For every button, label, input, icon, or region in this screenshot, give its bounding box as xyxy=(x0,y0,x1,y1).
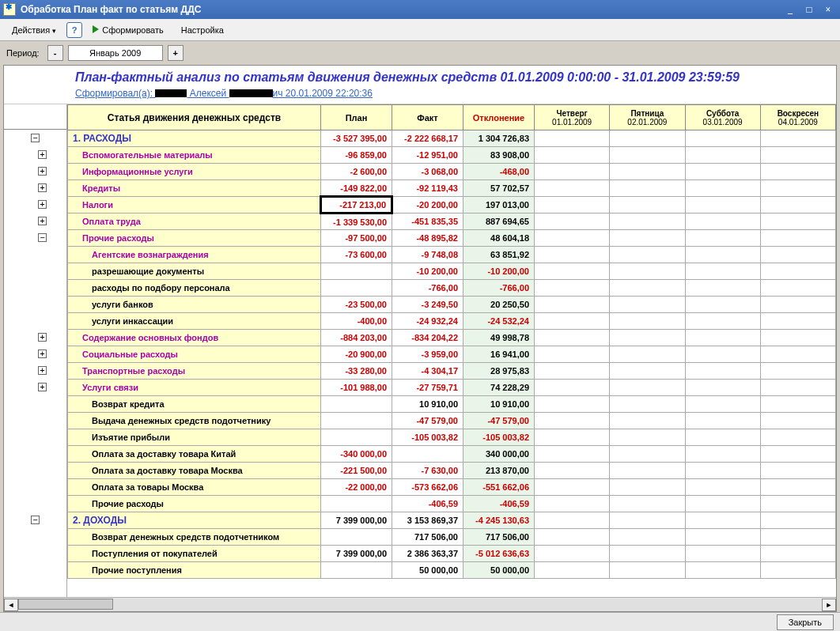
cell-plan[interactable]: 7 399 000,00 xyxy=(321,512,392,529)
cell-day[interactable] xyxy=(685,180,760,197)
cell-day[interactable] xyxy=(535,197,610,213)
cell-deviation[interactable]: 57 702,57 xyxy=(464,180,535,197)
col-fact[interactable]: Факт xyxy=(392,105,464,130)
cell-day[interactable] xyxy=(610,180,685,197)
cell-deviation[interactable]: -468,00 xyxy=(464,164,535,180)
col-plan[interactable]: План xyxy=(321,105,392,130)
cell-fact[interactable]: -27 759,71 xyxy=(392,380,464,396)
cell-day[interactable] xyxy=(535,562,610,579)
col-deviation[interactable]: Отклонение xyxy=(464,105,535,130)
cell-day[interactable] xyxy=(760,380,835,396)
cell-plan[interactable]: -1 339 530,00 xyxy=(321,213,392,230)
cell-deviation[interactable]: 10 910,00 xyxy=(464,396,535,413)
cell-day[interactable] xyxy=(685,380,760,396)
row-name[interactable]: Поступления от покупателей xyxy=(68,546,321,562)
cell-day[interactable] xyxy=(685,396,760,413)
row-name[interactable]: Возврат кредита xyxy=(68,396,321,413)
cell-day[interactable] xyxy=(760,512,835,529)
row-name[interactable]: Социальные расходы xyxy=(68,346,321,363)
cell-fact[interactable]: -766,00 xyxy=(392,280,464,297)
cell-day[interactable] xyxy=(610,479,685,496)
row-name[interactable]: услуги инкассации xyxy=(68,313,321,330)
cell-fact[interactable] xyxy=(392,446,464,463)
period-prev-button[interactable]: - xyxy=(47,45,63,61)
cell-day[interactable] xyxy=(610,363,685,380)
cell-deviation[interactable]: 48 604,18 xyxy=(464,230,535,247)
row-name[interactable]: Налоги xyxy=(68,197,321,213)
table-row[interactable]: Вспомогательные материалы-96 859,00-12 9… xyxy=(68,147,836,164)
cell-day[interactable] xyxy=(685,247,760,263)
table-row[interactable]: Возврат денежных средств подотчетником71… xyxy=(68,529,836,546)
cell-deviation[interactable]: 340 000,00 xyxy=(464,446,535,463)
cell-day[interactable] xyxy=(610,429,685,446)
cell-day[interactable] xyxy=(760,496,835,512)
row-name[interactable]: Услуги связи xyxy=(68,380,321,396)
cell-day[interactable] xyxy=(610,263,685,280)
cell-day[interactable] xyxy=(610,313,685,330)
row-name[interactable]: Вспомогательные материалы xyxy=(68,147,321,164)
cell-deviation[interactable]: 20 250,50 xyxy=(464,297,535,313)
expand-icon[interactable]: + xyxy=(38,183,47,192)
cell-deviation[interactable]: 28 975,83 xyxy=(464,363,535,380)
cell-day[interactable] xyxy=(535,280,610,297)
cell-day[interactable] xyxy=(760,546,835,562)
cell-day[interactable] xyxy=(685,230,760,247)
cell-day[interactable] xyxy=(760,562,835,579)
cell-plan[interactable]: -23 500,00 xyxy=(321,297,392,313)
cell-day[interactable] xyxy=(535,463,610,479)
table-row[interactable]: Прочие расходы-406,59-406,59 xyxy=(68,496,836,512)
row-name[interactable]: расходы по подбору персонала xyxy=(68,280,321,297)
cell-day[interactable] xyxy=(760,330,835,346)
cell-deviation[interactable]: -551 662,06 xyxy=(464,479,535,496)
row-name[interactable]: Оплата за товары Москва xyxy=(68,479,321,496)
cell-day[interactable] xyxy=(685,313,760,330)
cell-deviation[interactable]: 74 228,29 xyxy=(464,380,535,396)
table-wrap[interactable]: Статья движения денежных средств План Фа… xyxy=(67,104,836,597)
collapse-icon[interactable]: − xyxy=(38,233,47,242)
collapse-icon[interactable]: − xyxy=(31,134,40,142)
cell-fact[interactable]: -105 003,82 xyxy=(392,429,464,446)
cell-fact[interactable]: -2 222 668,17 xyxy=(392,130,464,147)
cell-fact[interactable]: 717 506,00 xyxy=(392,529,464,546)
cell-day[interactable] xyxy=(535,546,610,562)
form-button[interactable]: Сформировать xyxy=(85,22,171,38)
expand-icon[interactable]: + xyxy=(38,366,47,375)
cell-fact[interactable]: -92 119,43 xyxy=(392,180,464,197)
row-name[interactable]: Агентские вознаграждения xyxy=(68,247,321,263)
cell-fact[interactable]: -12 951,00 xyxy=(392,147,464,164)
table-row[interactable]: Налоги-217 213,00-20 200,00197 013,00 xyxy=(68,197,836,213)
cell-day[interactable] xyxy=(610,446,685,463)
table-row[interactable]: Прочие поступления50 000,0050 000,00 xyxy=(68,562,836,579)
cell-plan[interactable]: -101 988,00 xyxy=(321,380,392,396)
cell-day[interactable] xyxy=(610,197,685,213)
cell-deviation[interactable]: -47 579,00 xyxy=(464,413,535,429)
cell-plan[interactable]: -884 203,00 xyxy=(321,330,392,346)
cell-day[interactable] xyxy=(610,546,685,562)
cell-day[interactable] xyxy=(535,297,610,313)
expand-icon[interactable]: + xyxy=(38,167,47,176)
cell-day[interactable] xyxy=(610,130,685,147)
cell-day[interactable] xyxy=(535,164,610,180)
actions-menu[interactable]: Действия xyxy=(5,22,63,38)
cell-fact[interactable]: -3 959,00 xyxy=(392,346,464,363)
settings-button[interactable]: Настройка xyxy=(174,22,231,38)
cell-day[interactable] xyxy=(535,330,610,346)
cell-plan[interactable] xyxy=(321,529,392,546)
row-name[interactable]: Оплата труда xyxy=(68,213,321,230)
cell-plan[interactable]: -33 280,00 xyxy=(321,363,392,380)
cell-day[interactable] xyxy=(760,446,835,463)
table-row[interactable]: 2. ДОХОДЫ7 399 000,003 153 869,37-4 245 … xyxy=(68,512,836,529)
table-row[interactable]: Оплата за товары Москва-22 000,00-573 66… xyxy=(68,479,836,496)
cell-day[interactable] xyxy=(685,280,760,297)
cell-day[interactable] xyxy=(610,247,685,263)
table-row[interactable]: Оплата труда-1 339 530,00-451 835,35887 … xyxy=(68,213,836,230)
cell-day[interactable] xyxy=(760,529,835,546)
cell-day[interactable] xyxy=(610,330,685,346)
cell-day[interactable] xyxy=(685,164,760,180)
cell-fact[interactable]: -47 579,00 xyxy=(392,413,464,429)
cell-deviation[interactable]: 63 851,92 xyxy=(464,247,535,263)
table-row[interactable]: Выдача денежных средств подотчетнику-47 … xyxy=(68,413,836,429)
cell-day[interactable] xyxy=(685,463,760,479)
cell-day[interactable] xyxy=(610,230,685,247)
cell-day[interactable] xyxy=(685,546,760,562)
